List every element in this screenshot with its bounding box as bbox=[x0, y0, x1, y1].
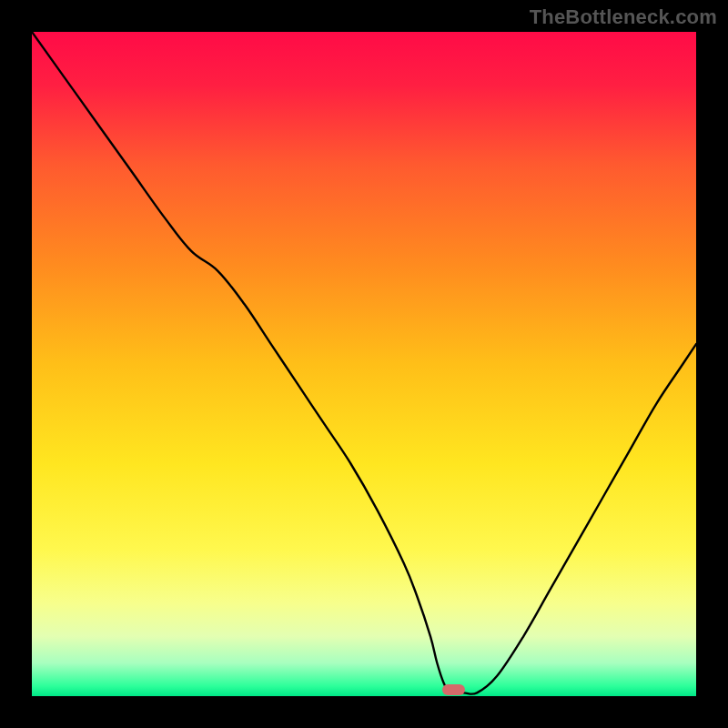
watermark-text: TheBottleneck.com bbox=[530, 5, 717, 29]
optimal-marker bbox=[442, 684, 465, 695]
chart-background bbox=[32, 32, 696, 696]
chart-frame: TheBottleneck.com bbox=[0, 0, 728, 728]
bottleneck-chart bbox=[32, 32, 696, 696]
